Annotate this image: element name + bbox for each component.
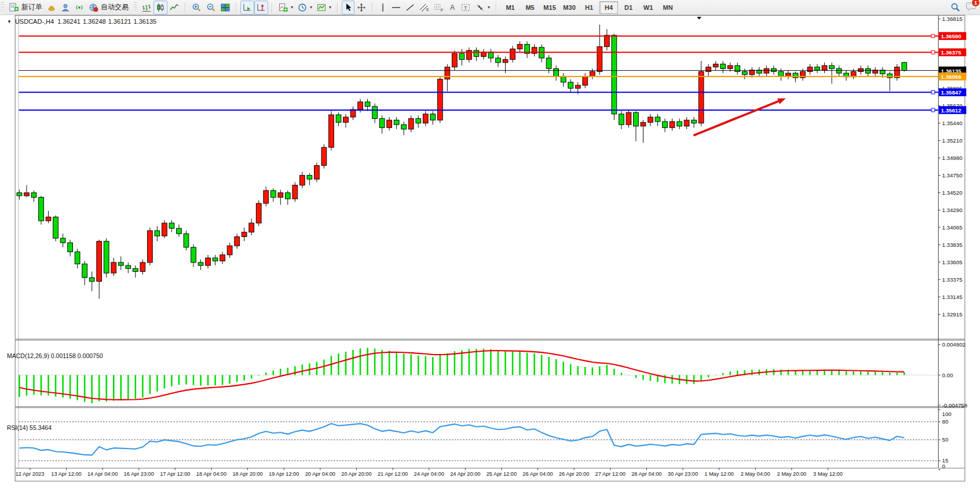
cursor-icon: [344, 3, 352, 12]
candle: [807, 67, 813, 72]
candle: [372, 107, 378, 119]
timeframe-button-H4[interactable]: H4: [599, 1, 618, 14]
price-tick-label: 1.34520: [942, 189, 963, 196]
toolbar-grip[interactable]: [1, 2, 4, 13]
line-chart-button[interactable]: [167, 1, 181, 14]
vertical-line-button[interactable]: [376, 1, 389, 14]
symbol-dropdown-icon[interactable]: ▼: [7, 19, 12, 24]
macd-axis-label: 0.00: [942, 372, 953, 378]
zoom-in-button[interactable]: [189, 1, 204, 14]
chat-button[interactable]: 1: [966, 1, 977, 13]
rsi-axis-label: 80: [942, 418, 949, 425]
timeframe-button-M1[interactable]: M1: [501, 1, 520, 14]
ohlc-close: 1.36135: [133, 18, 156, 25]
time-tick-label: 21 Apr 12:00: [378, 471, 408, 477]
auto-scroll-button[interactable]: [240, 1, 254, 14]
time-tick-label: 2 May 20:00: [777, 471, 806, 477]
signals-button[interactable]: [72, 1, 86, 14]
candle: [670, 122, 675, 127]
timeframe-button-M15[interactable]: M15: [540, 1, 559, 14]
candle: [858, 68, 864, 71]
price-line-handle[interactable]: [931, 34, 935, 38]
svg-text:E: E: [426, 8, 429, 12]
candle: [75, 252, 80, 264]
toolbar-grip[interactable]: [134, 2, 137, 13]
candle: [401, 125, 407, 129]
new-order-button[interactable]: 新订单: [7, 1, 45, 14]
chart-window[interactable]: ▼ USDCAD-,H4 1.36241 1.36248 1.36121 1.3…: [0, 14, 980, 496]
price-tag-label: 1.36375: [941, 49, 962, 56]
candle: [684, 120, 689, 126]
arrows-button[interactable]: ▾: [473, 1, 492, 14]
horizontal-line-button[interactable]: [389, 1, 403, 14]
rsi-indicator-label: RSI(14) 55.3464: [7, 424, 52, 431]
text-label-button[interactable]: T: [459, 1, 473, 14]
chart-canvas[interactable]: 1.368151.365851.363551.361251.358951.356…: [0, 14, 980, 496]
dropdown-caret-icon: ▾: [488, 5, 490, 10]
notification-badge: 1: [971, 0, 980, 7]
timeframe-button-D1[interactable]: D1: [619, 1, 638, 14]
text-label-icon: T: [461, 3, 471, 12]
candle: [82, 264, 87, 278]
community-button[interactable]: [58, 1, 72, 14]
trendline-button[interactable]: [403, 1, 417, 14]
rsi-axis-label: 0: [942, 463, 946, 469]
candle: [612, 35, 617, 114]
candle: [191, 247, 196, 262]
tile-windows-button[interactable]: [218, 1, 232, 14]
periods-button[interactable]: ▾: [295, 1, 315, 14]
crosshair-button[interactable]: [354, 1, 368, 14]
price-tag-label: 1.36056: [941, 74, 962, 80]
fibonacci-button[interactable]: F: [432, 1, 446, 14]
text-button[interactable]: A: [446, 1, 459, 14]
auto-trading-button[interactable]: 自动交易: [86, 1, 131, 14]
candle: [604, 35, 609, 47]
time-tick-label: 26 Apr 20:00: [559, 471, 589, 477]
time-tick-label: 26 Apr 04:00: [522, 471, 553, 477]
macd-indicator-label: MACD(12,26,9) 0.001158 0.000750: [7, 352, 103, 359]
indicators-icon: [279, 3, 288, 12]
candle: [292, 185, 298, 199]
vertical-line-icon: [379, 3, 387, 12]
candle: [416, 119, 421, 123]
candle: [31, 193, 36, 198]
candlestick-chart-button[interactable]: [153, 1, 167, 14]
price-tick-label: 1.35440: [942, 120, 963, 126]
time-tick-label: 12 Apr 2023: [16, 471, 45, 477]
price-line-handle[interactable]: [931, 90, 935, 94]
templates-button[interactable]: ▾: [315, 1, 334, 14]
candle: [699, 72, 704, 123]
chart-shift-button[interactable]: [254, 1, 268, 14]
timeframe-button-H1[interactable]: H1: [580, 1, 598, 14]
equidistant-channel-button[interactable]: E: [417, 1, 432, 14]
candle: [379, 119, 385, 128]
candle: [713, 64, 718, 67]
price-line-handle[interactable]: [931, 50, 935, 54]
timeframe-button-MN[interactable]: MN: [659, 1, 677, 14]
timeframe-button-M30[interactable]: M30: [560, 1, 579, 14]
candle: [307, 176, 312, 180]
candle: [445, 67, 450, 79]
candle: [474, 50, 479, 56]
cursor-button[interactable]: [342, 1, 354, 14]
new-order-label: 新订单: [21, 2, 42, 12]
candlestick-chart-icon: [156, 3, 165, 12]
bar-chart-button[interactable]: [140, 1, 153, 14]
search-icon[interactable]: [950, 2, 960, 12]
zoom-out-button[interactable]: [204, 1, 218, 14]
time-tick-label: 13 Apr 12:00: [51, 471, 81, 477]
timeframe-button-W1[interactable]: W1: [639, 1, 657, 14]
new-order-icon: [9, 3, 19, 12]
svg-text:F: F: [441, 8, 443, 12]
time-tick-label: 14 Apr 04:00: [87, 471, 118, 477]
indicators-button[interactable]: ▾: [276, 1, 295, 14]
price-tick-label: 1.35210: [942, 137, 963, 144]
timeframe-button-M5[interactable]: M5: [521, 1, 539, 14]
auto-scroll-icon: [243, 3, 252, 12]
candle: [641, 122, 646, 126]
candle: [408, 119, 414, 129]
candle: [162, 223, 167, 236]
candle: [836, 68, 842, 73]
price-line-handle[interactable]: [931, 108, 935, 112]
market-button[interactable]: [45, 1, 58, 14]
